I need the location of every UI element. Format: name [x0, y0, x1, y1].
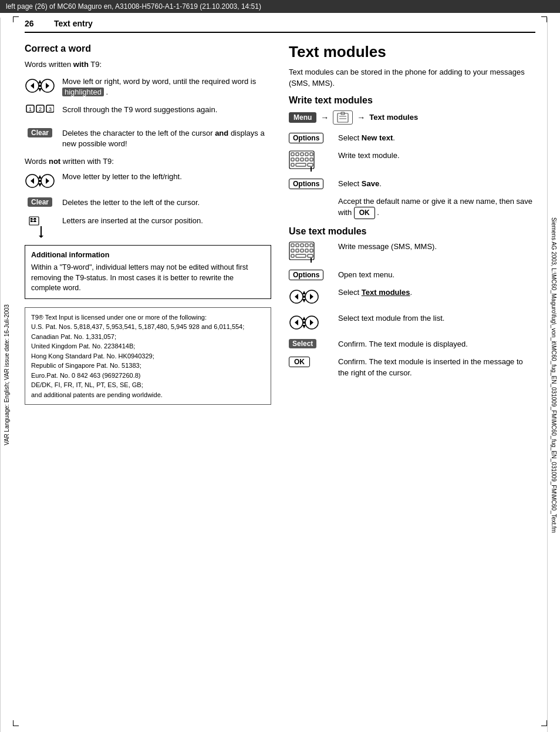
- svg-point-6: [39, 85, 41, 87]
- svg-marker-75: [302, 317, 306, 320]
- item-text-6: Letters are inserted at the cursor posit…: [62, 216, 271, 226]
- svg-rect-36: [296, 153, 299, 156]
- main-content: 26 Text entry Correct a word Words writt…: [13, 13, 547, 411]
- use-item-row-4: Select text module from the list.: [289, 313, 535, 332]
- clear-badge-1: Clear: [28, 128, 52, 137]
- svg-marker-3: [46, 83, 49, 89]
- with-bold: with: [73, 60, 89, 69]
- svg-rect-60: [291, 254, 294, 257]
- use-item-row-2: Options Open text menu.: [289, 270, 535, 280]
- additional-info-box: Additional information Within a "T9-word…: [25, 245, 271, 299]
- svg-marker-4: [38, 80, 42, 83]
- svg-rect-46: [296, 163, 306, 166]
- item-row-2: 1 2 3 Scroll through the T9 word suggest…: [25, 105, 271, 121]
- svg-rect-35: [291, 153, 294, 156]
- clear-badge-2: Clear: [28, 197, 52, 207]
- use-icon-1: [289, 241, 330, 263]
- use-item-text-4: Select text module from the list.: [338, 313, 535, 324]
- svg-point-77: [303, 321, 305, 324]
- nav-arrows-icon: [25, 76, 55, 95]
- item-icon-4: [25, 172, 55, 190]
- item-row-3: Clear Deletes the character to the left …: [25, 128, 271, 149]
- svg-marker-65: [295, 294, 298, 300]
- svg-rect-40: [291, 158, 294, 161]
- highlight-word: highlighted: [62, 88, 104, 96]
- use-item-row-3: Select Text modules.: [289, 287, 535, 306]
- item-row-5: Clear Deletes the letter to the left of …: [25, 197, 271, 208]
- svg-rect-47: [308, 163, 313, 166]
- svg-rect-61: [296, 254, 306, 257]
- right-item-row-write: Write text module.: [289, 150, 535, 172]
- write-icon: [289, 150, 330, 172]
- svg-rect-50: [291, 244, 294, 247]
- item-icon-2: 1 2 3: [25, 105, 55, 121]
- svg-rect-38: [305, 153, 308, 156]
- svg-rect-58: [305, 249, 308, 252]
- svg-rect-25: [31, 220, 32, 222]
- text-modules-nav-label: Text modules: [369, 113, 418, 122]
- item-icon-5: Clear: [25, 197, 55, 207]
- page-title: Text entry: [54, 19, 93, 28]
- svg-rect-51: [296, 244, 299, 247]
- svg-rect-23: [31, 218, 32, 220]
- menu-nav-row: Menu → → Text modules: [289, 110, 535, 125]
- accept-text: Accept the default name or give it a new…: [338, 196, 535, 219]
- cursor-icon: [28, 216, 52, 238]
- corner-tl: [13, 16, 19, 22]
- write-message-icon: [289, 241, 315, 263]
- item-text-2: Scroll through the T9 word suggestions a…: [62, 105, 271, 115]
- columns: Correct a word Words written with T9:: [25, 43, 535, 405]
- words-with-t9-intro: Words written with T9:: [25, 59, 271, 70]
- svg-marker-69: [302, 299, 306, 303]
- text-modules-intro: Text modules can be stored in the phone …: [289, 66, 535, 89]
- item-icon-1: [25, 76, 55, 95]
- side-label-right: Siemens AG 2003, L:\MC60_Maguro\fug\_von…: [547, 18, 560, 732]
- write-module-text: Write text module.: [338, 150, 535, 161]
- svg-rect-42: [301, 158, 303, 161]
- use-icon-3: [289, 287, 330, 306]
- write-text-modules-heading: Write text modules: [289, 95, 535, 106]
- additional-info-title: Additional information: [31, 250, 265, 261]
- select-badge: Select: [289, 339, 316, 348]
- use-icon-4: [289, 313, 330, 332]
- svg-marker-72: [295, 320, 298, 325]
- save-bold: Save: [362, 179, 379, 188]
- item-text-3: Deletes the character to the left of the…: [62, 128, 271, 149]
- ok-badge-use: OK: [289, 357, 310, 367]
- use-item-row-1: Write message (SMS, MMS).: [289, 241, 535, 263]
- nav-arrows-icon-4: [289, 313, 319, 332]
- svg-rect-59: [310, 249, 313, 252]
- text-modules-bold: Text modules: [362, 288, 410, 297]
- use-item-row-6: OK Confirm. The text module is inserted …: [289, 357, 535, 378]
- item-text-1: Move left or right, word by word, until …: [62, 76, 271, 98]
- words-not-t9-intro: Words not written with T9:: [25, 156, 271, 167]
- svg-point-70: [303, 296, 305, 298]
- nav-arrows-icon-3: [289, 287, 319, 306]
- right-item-row-options1: Options Select New text.: [289, 133, 535, 143]
- svg-rect-62: [308, 254, 313, 257]
- item-text-4: Move letter by letter to the left/right.: [62, 172, 271, 182]
- svg-rect-52: [301, 244, 303, 247]
- item-text-5: Deletes the letter to the left of the cu…: [62, 197, 271, 208]
- patent-text: T9® Text Input is licensed under one or …: [31, 314, 244, 398]
- patent-box: T9® Text Input is licensed under one or …: [25, 307, 271, 405]
- svg-rect-54: [310, 244, 313, 247]
- use-item-text-3: Select Text modules.: [338, 287, 535, 298]
- top-bar-text: left page (26) of MC60 Maguro en, A31008…: [6, 2, 261, 11]
- corner-bl: [13, 720, 19, 726]
- svg-marker-74: [310, 320, 313, 325]
- item-icon-3: Clear: [25, 128, 55, 137]
- svg-rect-24: [34, 218, 36, 220]
- item-row-1: Move left or right, word by word, until …: [25, 76, 271, 98]
- use-icon-5: Select: [289, 339, 330, 348]
- svg-rect-37: [301, 153, 303, 156]
- correct-word-heading: Correct a word: [25, 43, 271, 54]
- svg-marker-5: [38, 88, 42, 92]
- use-item-text-6: Confirm. The text module is inserted in …: [338, 357, 535, 378]
- svg-rect-41: [296, 158, 299, 161]
- options1-icon: Options: [289, 133, 330, 143]
- additional-info-text: Within a "T9-word", individual letters m…: [31, 263, 265, 294]
- svg-marker-18: [38, 183, 42, 187]
- use-text-modules-heading: Use text modules: [289, 226, 535, 237]
- arrow1: →: [321, 113, 329, 122]
